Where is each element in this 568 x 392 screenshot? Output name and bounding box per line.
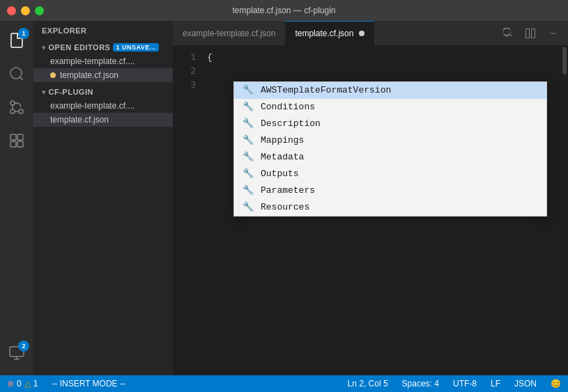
sidebar-item-template-file[interactable]: template.cf.json (33, 113, 173, 127)
status-spaces[interactable]: Spaces: 4 (395, 375, 446, 392)
cursor-position: Ln 2, Col 5 (348, 379, 388, 389)
insert-mode-label: -- INSERT MODE -- (52, 379, 125, 389)
code-area[interactable]: { 🔧 AWSTemplateFormatVersion 🔧 Condition… (204, 45, 561, 375)
status-right: Ln 2, Col 5 Spaces: 4 UTF-8 LF JSON 😊 (341, 375, 568, 392)
git-activity-icon[interactable] (0, 91, 33, 124)
main-layout: 1 (0, 21, 568, 375)
open-editors-header[interactable]: ▾ OPEN EDITORS 1 UNSAVE... (33, 38, 173, 54)
status-encoding[interactable]: UTF-8 (446, 375, 484, 392)
sidebar-item-example-file-label: example-template.cf.... (50, 101, 135, 111)
autocomplete-item-resources[interactable]: 🔧 Resources (234, 199, 546, 216)
files-activity-icon[interactable]: 1 (0, 24, 33, 57)
autocomplete-wrench-icon-3: 🔧 (243, 117, 254, 131)
line-number-3: 3 (173, 79, 196, 93)
tab-template[interactable]: template.cf.json (285, 21, 374, 45)
autocomplete-dropdown[interactable]: 🔧 AWSTemplateFormatVersion 🔧 Conditions … (233, 81, 547, 217)
line-number-2: 2 (173, 65, 196, 79)
autocomplete-item-metadata[interactable]: 🔧 Metadata (234, 149, 546, 166)
extensions-activity-icon[interactable] (0, 124, 33, 157)
scrollbar-track[interactable] (561, 45, 568, 375)
code-line-1: { (204, 51, 561, 65)
cf-plugin-header[interactable]: ▾ CF-PLUGIN (33, 82, 173, 99)
svg-point-2 (19, 109, 23, 113)
cf-plugin-chevron: ▾ (42, 88, 46, 96)
svg-rect-7 (10, 141, 16, 147)
status-errors[interactable]: ⊗ 0 △ 1 (0, 375, 45, 392)
autocomplete-item-mappings[interactable]: 🔧 Mappings (234, 132, 546, 149)
autocomplete-label-conditions: Conditions (261, 100, 315, 114)
editor-content: 1 2 3 { 🔧 AWSTemplateFormatVersion 🔧 Con… (173, 45, 568, 375)
search-editor-button[interactable] (498, 24, 518, 43)
svg-rect-6 (17, 134, 23, 140)
split-editor-button[interactable] (521, 24, 540, 43)
smiley-icon: 😊 (551, 379, 561, 389)
autocomplete-wrench-icon-6: 🔧 (243, 167, 254, 181)
titlebar: template.cf.json — cf-plugin (0, 0, 568, 21)
remote-activity-icon[interactable]: 2 (0, 336, 33, 370)
autocomplete-label-awstemplate: AWSTemplateFormatVersion (261, 84, 391, 97)
svg-point-4 (10, 109, 15, 113)
tab-dirty-indicator (359, 31, 364, 36)
window-title: template.cf.json — cf-plugin (232, 6, 335, 15)
autocomplete-item-description[interactable]: 🔧 Description (234, 116, 546, 132)
sidebar: EXPLORER ▾ OPEN EDITORS 1 UNSAVE... exam… (33, 21, 173, 375)
window-controls (7, 6, 44, 15)
tab-example[interactable]: example-template.cf.json (173, 21, 285, 45)
svg-rect-8 (17, 141, 23, 147)
autocomplete-item-conditions[interactable]: 🔧 Conditions (234, 99, 546, 116)
more-actions-icon: ··· (549, 27, 556, 40)
autocomplete-label-resources: Resources (261, 201, 309, 214)
autocomplete-wrench-icon-7: 🔧 (243, 184, 254, 198)
activity-bar: 1 (0, 21, 33, 375)
autocomplete-label-outputs: Outputs (261, 167, 299, 181)
status-position[interactable]: Ln 2, Col 5 (341, 375, 395, 392)
warning-count: 1 (33, 379, 38, 389)
open-editors-label: OPEN EDITORS (49, 43, 111, 52)
line-ending-label: LF (491, 379, 500, 389)
autocomplete-item-awstemplate[interactable]: 🔧 AWSTemplateFormatVersion (234, 82, 546, 99)
autocomplete-wrench-icon-1: 🔧 (243, 84, 254, 97)
autocomplete-wrench-icon-8: 🔧 (243, 201, 254, 214)
sidebar-item-example-editor-label: example-template.cf.... (50, 56, 135, 66)
line-number-1: 1 (173, 51, 196, 65)
encoding-label: UTF-8 (453, 379, 477, 389)
autocomplete-label-mappings: Mappings (261, 134, 304, 148)
scrollbar-thumb[interactable] (562, 47, 567, 75)
autocomplete-item-parameters[interactable]: 🔧 Parameters (234, 182, 546, 199)
status-line-ending[interactable]: LF (484, 375, 507, 392)
sidebar-item-template-editor[interactable]: template.cf.json (33, 68, 173, 82)
cf-plugin-label: CF-PLUGIN (49, 88, 93, 96)
explorer-header: EXPLORER (33, 21, 173, 38)
close-button[interactable] (7, 6, 16, 15)
status-left: ⊗ 0 △ 1 -- INSERT MODE -- (0, 375, 132, 392)
status-mode: -- INSERT MODE -- (45, 375, 132, 392)
sidebar-item-example-file[interactable]: example-template.cf.... (33, 99, 173, 113)
files-badge: 1 (18, 28, 29, 39)
search-activity-icon[interactable] (0, 57, 33, 91)
editor-area: example-template.cf.json template.cf.jso… (173, 21, 568, 375)
warning-icon: △ (24, 379, 31, 389)
spaces-label: Spaces: 4 (402, 379, 439, 389)
tab-actions: ··· (498, 21, 568, 45)
maximize-button[interactable] (35, 6, 44, 15)
error-count: 0 (17, 379, 22, 389)
activity-bar-bottom: 2 (0, 336, 33, 370)
sidebar-item-template-file-label: template.cf.json (50, 115, 109, 125)
autocomplete-wrench-icon-2: 🔧 (243, 100, 254, 114)
minimize-button[interactable] (21, 6, 30, 15)
autocomplete-item-outputs[interactable]: 🔧 Outputs (234, 166, 546, 182)
status-bar: ⊗ 0 △ 1 -- INSERT MODE -- Ln 2, Col 5 Sp… (0, 375, 568, 392)
unsaved-badge: 1 UNSAVE... (113, 43, 158, 52)
status-smiley[interactable]: 😊 (544, 375, 568, 392)
autocomplete-wrench-icon-5: 🔧 (243, 150, 254, 164)
sidebar-item-example-editor[interactable]: example-template.cf.... (33, 54, 173, 68)
svg-rect-5 (10, 134, 16, 140)
tab-example-label: example-template.cf.json (183, 29, 275, 38)
status-language[interactable]: JSON (507, 375, 544, 392)
autocomplete-label-metadata: Metadata (261, 150, 304, 164)
more-actions-button[interactable]: ··· (543, 24, 562, 43)
sidebar-item-template-editor-label: template.cf.json (60, 70, 118, 80)
code-line-2 (204, 65, 561, 79)
autocomplete-wrench-icon-4: 🔧 (243, 134, 254, 148)
language-label: JSON (514, 379, 537, 389)
